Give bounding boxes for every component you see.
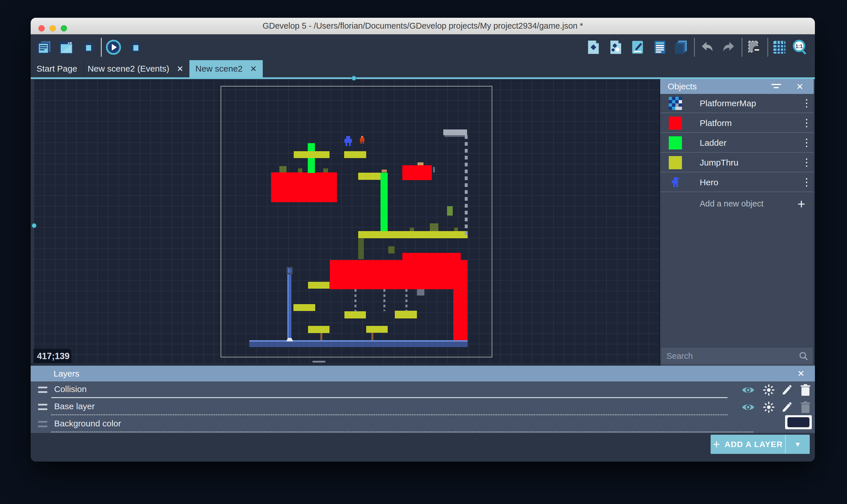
titlebar: GDevelop 5 - /Users/florian/Documents/GD… xyxy=(31,18,815,34)
drag-handle-icon xyxy=(38,421,47,427)
visibility-eye-icon[interactable] xyxy=(742,401,755,414)
visibility-eye-icon[interactable] xyxy=(742,383,755,397)
objects-panel: Objects ✕ PlatformerMap ⋮ Platform ⋮ Lad… xyxy=(660,79,814,366)
jumpthru-thumbnail xyxy=(669,156,682,169)
undo-icon[interactable] xyxy=(699,39,715,55)
object-groups-icon[interactable] xyxy=(608,39,624,55)
debugger-icon[interactable] xyxy=(127,39,144,55)
drag-handle-icon[interactable] xyxy=(38,386,47,393)
filter-icon[interactable] xyxy=(771,83,782,90)
toggle-grid-icon[interactable] xyxy=(771,39,788,55)
toolbar-separator xyxy=(767,38,768,57)
object-menu-icon[interactable]: ⋮ xyxy=(799,179,814,185)
canvas-bottom-edge xyxy=(31,363,659,366)
object-search xyxy=(661,348,813,364)
tab-bar: Start Page New scene2 (Events) ✕ New sce… xyxy=(31,60,815,77)
selection-handle[interactable] xyxy=(32,223,37,228)
tab-new-scene2-events[interactable]: New scene2 (Events) ✕ xyxy=(83,60,188,77)
platform-thumbnail xyxy=(669,116,682,130)
svg-text:1:1: 1:1 xyxy=(795,43,803,49)
close-tab-icon[interactable]: ✕ xyxy=(177,64,183,74)
background-color-swatch[interactable] xyxy=(785,415,812,429)
selection-handle[interactable] xyxy=(352,76,356,81)
cursor-coordinates: 417;139 xyxy=(34,349,71,364)
debug-icon[interactable] xyxy=(80,39,96,55)
plus-icon: + xyxy=(713,437,720,451)
scene-editor-canvas[interactable]: 417;139 xyxy=(34,79,659,363)
object-row-hero[interactable]: Hero ⋮ xyxy=(660,173,814,192)
object-menu-icon[interactable]: ⋮ xyxy=(799,140,814,146)
object-menu-icon[interactable]: ⋮ xyxy=(799,100,814,106)
ladder-thumbnail xyxy=(669,136,682,149)
toolbar-separator xyxy=(694,38,695,57)
canvas-horizontal-scrollbar[interactable] xyxy=(312,361,325,362)
close-icon[interactable]: ✕ xyxy=(797,368,805,379)
toolbar: 1:1 xyxy=(31,34,815,60)
tab-new-scene2[interactable]: New scene2 ✕ xyxy=(189,60,263,77)
layer-name-underline xyxy=(51,414,727,415)
objects-panel-title: Objects xyxy=(668,82,697,91)
drag-handle-icon[interactable] xyxy=(38,404,47,410)
search-icon xyxy=(798,351,809,361)
object-row-ladder[interactable]: Ladder ⋮ xyxy=(660,133,814,152)
layer-row-base-layer[interactable]: Base layer xyxy=(31,399,815,416)
layer-row-background-color[interactable]: Background color xyxy=(31,416,815,433)
layer-name-underline xyxy=(51,397,727,398)
app-window: GDevelop 5 - /Users/florian/Documents/GD… xyxy=(31,18,815,462)
delete-layer-trash-icon[interactable] xyxy=(799,383,812,397)
plus-icon: + xyxy=(797,196,805,212)
toolbar-separator xyxy=(101,38,102,57)
add-layer-dropdown-icon[interactable]: ▼ xyxy=(786,435,810,454)
add-layer-button[interactable]: + ADD A LAYER ▼ xyxy=(711,435,810,454)
layer-effects-icon[interactable] xyxy=(762,401,775,414)
edit-layer-pencil-icon[interactable] xyxy=(780,401,793,414)
close-icon[interactable]: ✕ xyxy=(796,82,804,92)
delete-layer-trash-icon-disabled xyxy=(799,401,812,414)
layers-panel-title: Layers xyxy=(54,369,80,379)
project-manager-icon[interactable] xyxy=(36,39,52,55)
tab-start-page[interactable]: Start Page xyxy=(31,60,83,77)
start-page-icon[interactable] xyxy=(58,39,74,55)
add-new-object-button[interactable]: Add a new object + xyxy=(660,194,814,213)
object-row-platform[interactable]: Platform ⋮ xyxy=(660,114,814,133)
zoom-window-button[interactable] xyxy=(61,25,67,32)
close-window-button[interactable] xyxy=(38,25,45,32)
instances-list-icon[interactable] xyxy=(652,39,668,55)
object-row-platformermap[interactable]: PlatformerMap ⋮ xyxy=(660,94,814,113)
layers-panel: Layers ✕ Collision xyxy=(31,366,815,462)
tilemap-thumbnail-icon xyxy=(669,97,682,110)
layer-effects-icon[interactable] xyxy=(762,383,775,397)
layers-panel-header: Layers ✕ xyxy=(31,366,815,381)
search-input[interactable] xyxy=(661,348,813,364)
layers-list-icon[interactable] xyxy=(673,39,689,55)
zoom-original-icon[interactable]: 1:1 xyxy=(792,39,808,55)
redo-icon[interactable] xyxy=(721,39,737,55)
object-row-jumpthru[interactable]: JumpThru ⋮ xyxy=(660,153,814,173)
delete-selection-icon[interactable] xyxy=(746,39,762,55)
properties-icon[interactable] xyxy=(630,39,646,55)
scene-window-border xyxy=(220,86,492,357)
object-menu-icon[interactable]: ⋮ xyxy=(799,120,814,126)
play-icon[interactable] xyxy=(105,39,122,55)
toolbar-separator xyxy=(742,38,742,57)
objects-editor-icon[interactable] xyxy=(585,39,601,55)
hero-thumbnail-icon xyxy=(669,176,682,189)
window-title: GDevelop 5 - /Users/florian/Documents/GD… xyxy=(263,21,583,31)
minimize-window-button[interactable] xyxy=(50,25,56,32)
objects-panel-header: Objects ✕ xyxy=(660,79,814,94)
layer-name-underline xyxy=(51,432,753,432)
edit-layer-pencil-icon[interactable] xyxy=(780,383,793,397)
close-tab-icon[interactable]: ✕ xyxy=(250,64,257,74)
object-menu-icon[interactable]: ⋮ xyxy=(799,159,814,165)
layer-row-collision[interactable]: Collision xyxy=(31,381,815,399)
